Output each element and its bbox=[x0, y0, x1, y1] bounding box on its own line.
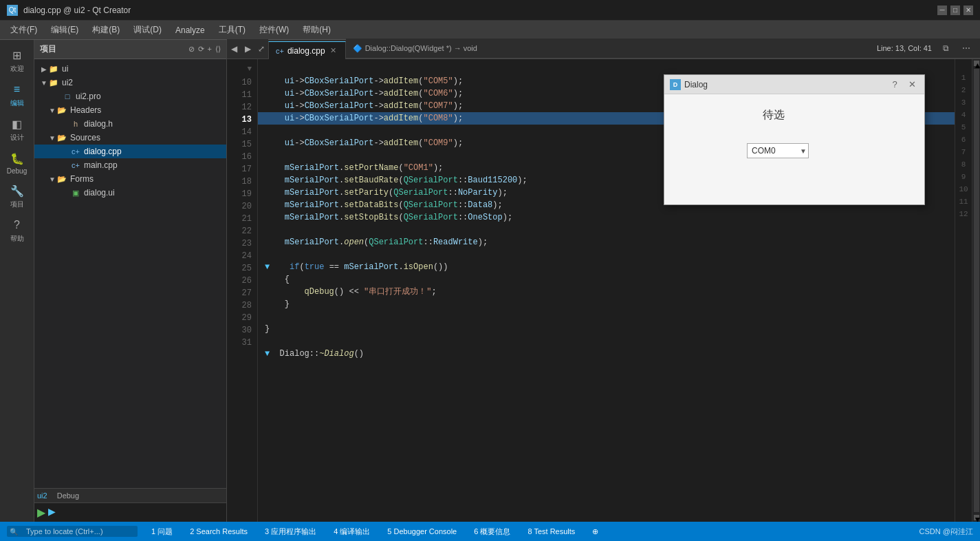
tab-nav-split[interactable]: ⤢ bbox=[254, 39, 268, 59]
window-title: dialog.cpp @ ui2 - Qt Creator bbox=[23, 6, 937, 15]
sidebar-item-debug[interactable]: 🐛 Debug bbox=[1, 147, 33, 179]
debug-run-button[interactable]: ▶ bbox=[48, 506, 56, 519]
headers-folder-icon: 📂 bbox=[56, 105, 67, 116]
dialog-app-icon: D bbox=[670, 79, 681, 90]
sidebar-label-help: 帮助 bbox=[10, 234, 24, 244]
com-port-selector[interactable]: COM0 ▼ bbox=[747, 143, 809, 158]
add-icon[interactable]: + bbox=[208, 45, 212, 54]
tab-nav-right[interactable]: ▶ bbox=[241, 39, 254, 59]
design-icon: ◧ bbox=[10, 116, 25, 131]
sync-icon[interactable]: ⟳ bbox=[198, 45, 204, 54]
status-app-output[interactable]: 3 应用程序输出 bbox=[261, 525, 320, 538]
scroll-down-arrow[interactable]: ▼ bbox=[974, 515, 979, 520]
tree-item-ui[interactable]: ▶ 📁 ui bbox=[34, 62, 226, 76]
sidebar-label-welcome: 欢迎 bbox=[10, 64, 24, 74]
cpp-file-icon: c+ bbox=[70, 146, 81, 157]
run-button[interactable]: ▶ bbox=[37, 506, 45, 519]
tree-item-ui2[interactable]: ▼ 📁 ui2 bbox=[34, 76, 226, 89]
tree-item-dialogui[interactable]: ▣ dialog.ui bbox=[34, 186, 226, 200]
locate-input[interactable] bbox=[21, 526, 138, 537]
h-file-icon: h bbox=[70, 118, 81, 129]
com-port-value: COM0 bbox=[752, 146, 776, 156]
tab-close-dialogcpp[interactable]: ✕ bbox=[329, 46, 338, 56]
tree-label-ui2pro: ui2.pro bbox=[76, 92, 101, 101]
project-panel-title: 项目 bbox=[40, 43, 56, 55]
tab-label-dialogcpp: dialog.cpp bbox=[287, 46, 325, 56]
status-compile-output[interactable]: 4 编译输出 bbox=[330, 525, 373, 538]
filter-icon[interactable]: ⊘ bbox=[188, 45, 195, 54]
status-test-results[interactable]: 8 Test Results bbox=[524, 526, 578, 537]
tree-item-dialogh[interactable]: h dialog.h bbox=[34, 117, 226, 131]
tree-label-maincpp: main.cpp bbox=[84, 160, 118, 170]
main-content: ⊞ 欢迎 ≡ 编辑 ◧ 设计 🐛 Debug 🔧 项目 ? 帮助 项目 ⊘ bbox=[0, 40, 980, 522]
search-icon: 🔍 bbox=[10, 528, 18, 535]
menu-debug[interactable]: 调试(D) bbox=[127, 21, 168, 39]
tree-label-ui: ui bbox=[62, 64, 68, 74]
sidebar-item-design[interactable]: ◧ 设计 bbox=[1, 112, 33, 147]
menu-analyze[interactable]: Analyze bbox=[168, 23, 212, 38]
sidebar-label-edit: 编辑 bbox=[10, 98, 24, 108]
sidebar-item-welcome[interactable]: ⊞ 欢迎 bbox=[1, 43, 33, 78]
tree-item-ui2pro[interactable]: □ ui2.pro bbox=[34, 89, 226, 103]
tree-item-maincpp[interactable]: c+ main.cpp bbox=[34, 158, 226, 172]
tab-nav-left[interactable]: ◀ bbox=[227, 39, 241, 59]
sidebar-item-project[interactable]: 🔧 项目 bbox=[1, 179, 33, 213]
status-overview[interactable]: 6 概要信息 bbox=[470, 525, 514, 538]
menu-edit[interactable]: 编辑(E) bbox=[44, 21, 85, 39]
tree-item-dialogcpp[interactable]: c+ dialog.cpp bbox=[34, 145, 226, 158]
expand-icon[interactable]: ⟨⟩ bbox=[215, 45, 221, 54]
status-more[interactable]: ⊕ bbox=[589, 526, 602, 538]
menu-file[interactable]: 文件(F) bbox=[3, 21, 44, 39]
dialog-title: Dialog bbox=[684, 80, 884, 89]
tree-label-dialogcpp: dialog.cpp bbox=[84, 147, 122, 156]
dialog-close-button[interactable]: ✕ bbox=[905, 78, 919, 91]
tree-item-forms[interactable]: ▼ 📂 Forms bbox=[34, 172, 226, 186]
menu-controls[interactable]: 控件(W) bbox=[252, 21, 296, 39]
tree-label-dialogui: dialog.ui bbox=[84, 188, 115, 198]
editor-options-button[interactable]: ⋯ bbox=[959, 39, 973, 58]
maximize-button[interactable]: □ bbox=[950, 6, 960, 15]
split-editor-button[interactable]: ⧉ bbox=[939, 39, 952, 58]
status-search-results[interactable]: 2 Search Results bbox=[186, 526, 251, 537]
chevron-down-icon-sources: ▼ bbox=[48, 134, 56, 142]
sidebar-bottom-debug[interactable]: Debug bbox=[57, 491, 79, 500]
breadcrumb-func: Dialog::Dialog(QWidget *) → void bbox=[365, 44, 477, 52]
tree-item-sources[interactable]: ▼ 📂 Sources bbox=[34, 131, 226, 145]
scroll-up-arrow[interactable]: ▲ bbox=[974, 61, 979, 66]
menu-build[interactable]: 构建(B) bbox=[85, 21, 127, 39]
menu-tools[interactable]: 工具(T) bbox=[212, 21, 252, 39]
project-panel-header: 项目 ⊘ ⟳ + ⟨⟩ bbox=[34, 40, 226, 59]
tab-dialogcpp[interactable]: c+ dialog.cpp ✕ bbox=[268, 41, 346, 59]
tree-item-headers[interactable]: ▼ 📂 Headers bbox=[34, 103, 226, 117]
main-cpp-icon: c+ bbox=[70, 160, 81, 171]
scroll-thumb[interactable] bbox=[974, 69, 979, 512]
titlebar: Qt dialog.cpp @ ui2 - Qt Creator ─ □ ✕ bbox=[0, 0, 980, 21]
sidebar-bottom-ui2[interactable]: ui2 bbox=[37, 491, 47, 500]
dialog-combo-container: COM0 ▼ bbox=[747, 143, 809, 158]
line-col-info: Line: 13, Col: 41 bbox=[877, 44, 932, 52]
sidebar-item-help[interactable]: ? 帮助 bbox=[1, 213, 33, 248]
minimize-button[interactable]: ─ bbox=[937, 6, 947, 15]
sidebar-label-project: 项目 bbox=[10, 200, 24, 209]
project-tree: ▶ 📁 ui ▼ 📁 ui2 □ ui2.pro ▼ 📂 Headers bbox=[34, 59, 226, 488]
tree-label-ui2: ui2 bbox=[62, 78, 73, 87]
sidebar-item-edit[interactable]: ≡ 编辑 bbox=[1, 78, 33, 112]
chevron-down-icon-forms: ▼ bbox=[48, 176, 56, 183]
dialog-body: 待选 COM0 ▼ bbox=[664, 94, 924, 204]
statusbar: 🔍 1 问题 2 Search Results 3 应用程序输出 4 编译输出 … bbox=[0, 522, 980, 541]
combo-dropdown-arrow: ▼ bbox=[800, 147, 807, 155]
close-button[interactable]: ✕ bbox=[963, 6, 973, 15]
chevron-right-icon: ▶ bbox=[40, 65, 48, 73]
status-problems[interactable]: 1 问题 bbox=[148, 525, 176, 538]
chevron-down-icon-headers: ▼ bbox=[48, 107, 56, 114]
forms-folder-icon: 📂 bbox=[56, 173, 67, 184]
project-panel: 项目 ⊘ ⟳ + ⟨⟩ ▶ 📁 ui ▼ 📁 ui2 bbox=[34, 40, 227, 522]
dialog-help-button[interactable]: ? bbox=[888, 78, 902, 91]
help-icon: ? bbox=[10, 218, 25, 233]
app-icon: Qt bbox=[7, 5, 18, 16]
pro-file-icon: □ bbox=[62, 91, 73, 102]
tree-label-headers: Headers bbox=[70, 105, 101, 115]
editor-scrollbar[interactable]: ▲ ▼ bbox=[972, 59, 980, 522]
status-debugger-console[interactable]: 5 Debugger Console bbox=[384, 526, 460, 537]
menu-help[interactable]: 帮助(H) bbox=[296, 21, 338, 39]
